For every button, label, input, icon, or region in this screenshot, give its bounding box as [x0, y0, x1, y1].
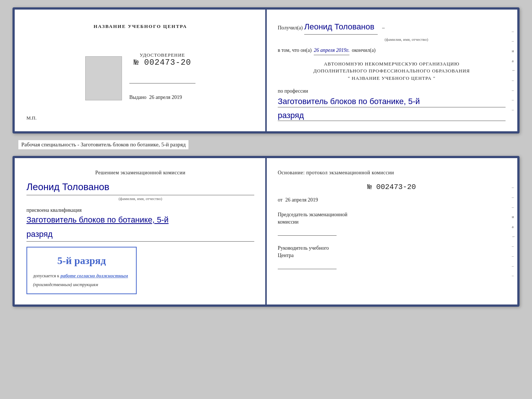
- bottom-document: Решением экзаменационной комиссии Леонид…: [12, 156, 520, 307]
- top-doc-right: Получил(а) Леонид Толованов – (фамилия, …: [266, 10, 517, 131]
- issued-line: Выдано 26 апреля 2019: [129, 95, 195, 100]
- razryad2: разряд: [26, 227, 254, 241]
- assigned-text: присвоена квалификация: [26, 206, 254, 215]
- from-prefix: от: [278, 197, 283, 203]
- decision-line: Решением экзаменационной комиссии: [26, 168, 254, 177]
- stamp-suffix: (производственным) инструкциям: [33, 282, 98, 287]
- issued-label: Выдано: [129, 95, 147, 100]
- profession-value: Заготовитель блоков по ботанике, 5-й: [278, 96, 506, 107]
- head-signature-line: [278, 262, 337, 269]
- photo-placeholder: [85, 56, 122, 100]
- vtom-suffix: окончил(а): [352, 46, 375, 55]
- chairman-label: Председатель экзаменационной комиссии: [278, 211, 506, 225]
- vtom-prefix: в том, что он(а): [278, 46, 312, 55]
- cert-label: УДОСТОВЕРЕНИЕ: [134, 52, 191, 58]
- cert-block: УДОСТОВЕРЕНИЕ № 002473-20: [134, 52, 191, 67]
- protocol-number: № 002473-20: [278, 181, 506, 193]
- profession-prefix: по профессии: [278, 88, 308, 94]
- bottom-doc-right: Основание: протокол экзаменационной коми…: [266, 158, 517, 304]
- top-fio-label: (фамилия, имя, отчество): [307, 36, 506, 43]
- top-doc-left: НАЗВАНИЕ УЧЕБНОГО ЦЕНТРА УДОСТОВЕРЕНИЕ №…: [15, 10, 266, 131]
- photo-cert-row: УДОСТОВЕРЕНИЕ № 002473-20 Выдано 26 апре…: [85, 45, 195, 100]
- received-name: Леонид Толованов: [304, 20, 378, 35]
- org-block: АВТОНОМНУЮ НЕКОММЕРЧЕСКУЮ ОРГАНИЗАЦИЮ ДО…: [278, 60, 506, 82]
- org-line3: " НАЗВАНИЕ УЧЕБНОГО ЦЕНТРА ": [278, 75, 506, 82]
- bottom-fio-label: (фамилия, имя, отчество): [26, 195, 254, 202]
- person-name: Леонид Толованов: [26, 179, 254, 195]
- qualification: Заготовитель блоков по ботанике, 5-й: [26, 215, 254, 225]
- stamp-prefix: допускается к: [33, 273, 59, 278]
- specialty-label: Рабочая специальность - Заготовитель бло…: [18, 140, 188, 149]
- received-prefix: Получил(а): [278, 24, 303, 32]
- chairman-signature-line: [278, 228, 337, 236]
- stamp-text: допускается к работе согласно должностны…: [33, 271, 130, 289]
- razryad-value: разряд: [278, 110, 506, 121]
- from-date-value: 26 апреля 2019: [285, 197, 318, 203]
- org-line2: ДОПОЛНИТЕЛЬНОГО ПРОФЕССИОНАЛЬНОГО ОБРАЗО…: [278, 67, 506, 75]
- cert-number: № 002473-20: [134, 58, 191, 67]
- osnov-line: Основание: протокол экзаменационной коми…: [278, 168, 506, 177]
- vtom-line: в том, что он(а) 26 апреля 2019г. окончи…: [278, 46, 506, 55]
- mp-label: М.П.: [26, 115, 36, 121]
- cert-info-block: УДОСТОВЕРЕНИЕ № 002473-20 Выдано 26 апре…: [129, 45, 195, 100]
- side-marks: – – и а ← – – – –: [512, 28, 516, 113]
- received-line: Получил(а) Леонид Толованов –: [278, 20, 506, 35]
- stamp-rank: 5-й разряд: [33, 252, 130, 270]
- head-label: Руководитель учебного Центра: [278, 245, 506, 259]
- top-left-title: НАЗВАНИЕ УЧЕБНОГО ЦЕНТРА: [94, 24, 187, 29]
- chairman-block: Председатель экзаменационной комиссии: [278, 211, 506, 236]
- profession-block: по профессии Заготовитель блоков по бота…: [278, 87, 506, 121]
- head-block: Руководитель учебного Центра: [278, 245, 506, 269]
- received-dash: –: [382, 24, 385, 32]
- top-document: НАЗВАНИЕ УЧЕБНОГО ЦЕНТРА УДОСТОВЕРЕНИЕ №…: [12, 7, 520, 133]
- org-line1: АВТОНОМНУЮ НЕКОММЕРЧЕСКУЮ ОРГАНИЗАЦИЮ: [278, 60, 506, 68]
- issued-date: 26 апреля 2019: [149, 95, 182, 100]
- stamp-link: работе согласно должностным: [61, 273, 128, 278]
- stamp-box: 5-й разряд допускается к работе согласно…: [26, 247, 137, 294]
- vtom-date: 26 апреля 2019г.: [314, 46, 349, 55]
- from-date: от 26 апреля 2019: [278, 196, 506, 204]
- bottom-doc-left: Решением экзаменационной комиссии Леонид…: [15, 158, 266, 304]
- bottom-side-marks: – – – и а ← – – – –: [512, 184, 516, 279]
